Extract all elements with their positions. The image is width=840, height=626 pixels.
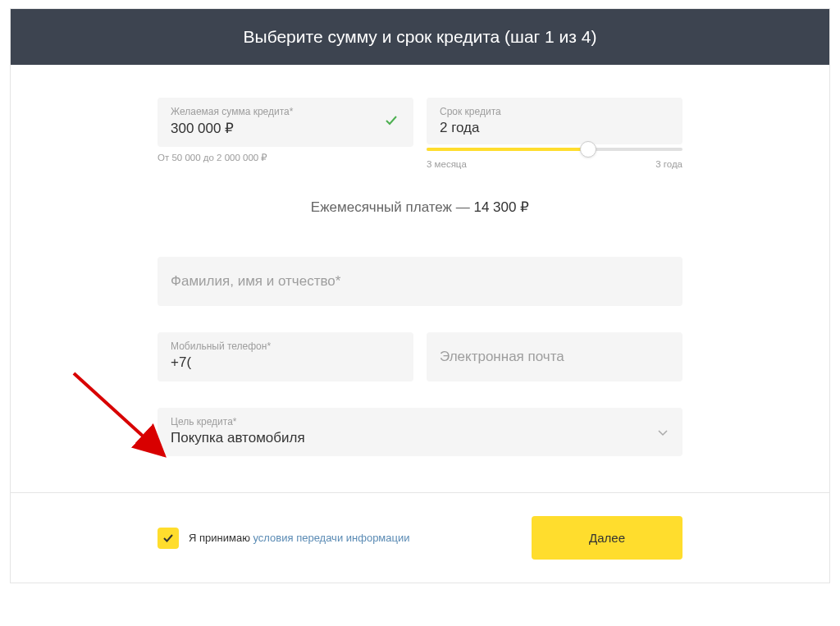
consent-text: Я принимаю условия передачи информации	[189, 532, 410, 544]
purpose-dropdown[interactable]: Цель кредита* Покупка автомобиля	[158, 408, 682, 456]
form-footer: Я принимаю условия передачи информации Д…	[11, 492, 829, 583]
fullname-input[interactable]: Фамилия, имя и отчество*	[158, 257, 682, 306]
term-field[interactable]: Срок кредита 2 года	[427, 98, 682, 144]
slider-thumb[interactable]	[580, 141, 596, 158]
term-value: 2 года	[440, 120, 669, 136]
phone-label: Мобильный телефон*	[171, 340, 400, 352]
consent-prefix: Я принимаю	[189, 532, 253, 544]
chevron-down-icon	[658, 425, 668, 440]
check-icon	[162, 532, 175, 545]
purpose-label: Цель кредита*	[171, 416, 669, 427]
amount-value: 300 000 ₽	[171, 120, 400, 137]
consent-link[interactable]: условия передачи информации	[253, 532, 410, 544]
checkmark-icon	[384, 113, 399, 131]
form-content: Желаемая сумма кредита* 300 000 ₽ От 50 …	[11, 65, 829, 492]
slider-fill	[427, 148, 588, 151]
phone-value: +7(	[171, 354, 400, 371]
term-label: Срок кредита	[440, 106, 669, 117]
email-placeholder: Электронная почта	[440, 349, 564, 364]
form-header: Выберите сумму и срок кредита (шаг 1 из …	[11, 9, 829, 65]
amount-label: Желаемая сумма кредита*	[171, 106, 400, 117]
fullname-placeholder: Фамилия, имя и отчество*	[171, 273, 340, 289]
header-title: Выберите сумму и срок кредита (шаг 1 из …	[244, 27, 597, 46]
consent-section: Я принимаю условия передачи информации	[158, 528, 410, 549]
slider-min-label: 3 месяца	[427, 159, 467, 169]
slider-max-label: 3 года	[655, 159, 682, 169]
next-button[interactable]: Далее	[532, 516, 682, 560]
consent-checkbox[interactable]	[158, 528, 179, 549]
phone-input[interactable]: Мобильный телефон* +7(	[158, 332, 413, 382]
purpose-value: Покупка автомобиля	[171, 430, 669, 446]
term-slider[interactable]	[427, 148, 682, 151]
amount-field[interactable]: Желаемая сумма кредита* 300 000 ₽	[158, 98, 413, 147]
form-container: Выберите сумму и срок кредита (шаг 1 из …	[10, 8, 830, 583]
email-input[interactable]: Электронная почта	[427, 332, 682, 382]
amount-hint: От 50 000 до 2 000 000 ₽	[158, 152, 413, 163]
payment-value: 14 300 ₽	[473, 199, 529, 215]
monthly-payment: Ежемесячный платеж — 14 300 ₽	[37, 199, 803, 216]
payment-label: Ежемесячный платеж —	[311, 199, 474, 215]
